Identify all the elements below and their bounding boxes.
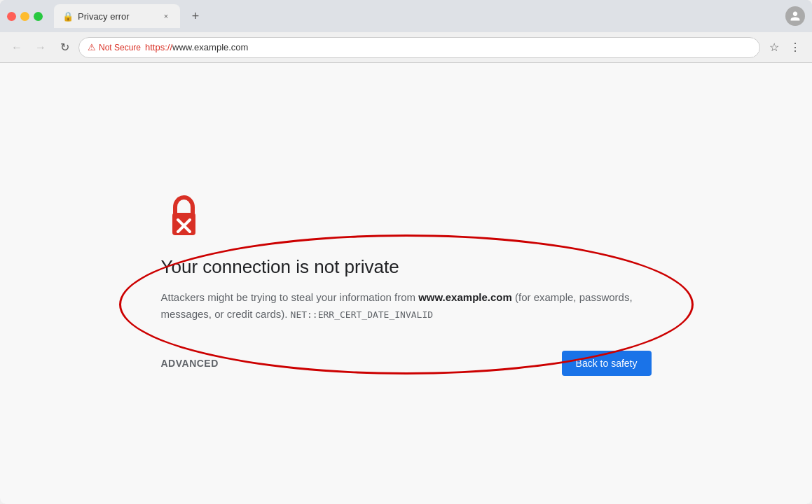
url-https: https:// bbox=[145, 42, 172, 52]
back-to-safety-button[interactable]: Back to safety bbox=[562, 351, 652, 376]
back-button[interactable]: ← bbox=[7, 38, 27, 57]
error-code: NET::ERR_CERT_DATE_INVALID bbox=[291, 309, 434, 320]
error-site: www.example.com bbox=[418, 291, 512, 303]
url-display: https://www.example.com bbox=[145, 42, 248, 52]
lock-icon-container bbox=[161, 192, 207, 242]
reload-icon: ↻ bbox=[60, 41, 69, 54]
not-secure-badge: ⚠ Not Secure bbox=[88, 42, 141, 52]
advanced-button[interactable]: ADVANCED bbox=[161, 358, 219, 369]
error-description: Attackers might be trying to steal your … bbox=[161, 289, 652, 323]
toolbar: ← → ↻ ⚠ Not Secure https://www.example.c… bbox=[0, 32, 812, 63]
back-icon: ← bbox=[11, 41, 22, 54]
bookmark-button[interactable]: ☆ bbox=[764, 38, 784, 57]
new-tab-icon: + bbox=[192, 9, 200, 24]
error-text-content: Your connection is not private Attackers… bbox=[133, 256, 680, 323]
error-title: Your connection is not private bbox=[161, 256, 652, 278]
toolbar-actions: ☆ ⋮ bbox=[764, 38, 805, 57]
menu-button[interactable]: ⋮ bbox=[785, 38, 805, 57]
forward-button[interactable]: → bbox=[31, 38, 50, 57]
window-controls bbox=[7, 12, 43, 21]
tab-favicon-icon: 🔒 bbox=[62, 11, 72, 21]
error-actions: ADVANCED Back to safety bbox=[133, 330, 680, 376]
error-container: Your connection is not private Attackers… bbox=[133, 192, 680, 376]
minimize-window-button[interactable] bbox=[20, 12, 29, 21]
close-window-button[interactable] bbox=[7, 12, 16, 21]
not-secure-label: Not Secure bbox=[99, 43, 141, 52]
forward-icon: → bbox=[35, 41, 46, 54]
tab-close-button[interactable]: × bbox=[160, 10, 172, 22]
new-tab-button[interactable]: + bbox=[186, 6, 205, 26]
address-bar[interactable]: ⚠ Not Secure https://www.example.com bbox=[78, 37, 760, 58]
menu-icon: ⋮ bbox=[790, 41, 801, 54]
browser-window: 🔒 Privacy error × + ← → ↻ ⚠ Not Secure bbox=[0, 0, 812, 504]
title-bar: 🔒 Privacy error × + bbox=[0, 0, 812, 32]
warning-triangle-icon: ⚠ bbox=[88, 42, 96, 52]
browser-tab[interactable]: 🔒 Privacy error × bbox=[54, 4, 180, 28]
bookmark-icon: ☆ bbox=[769, 41, 779, 54]
lock-error-icon bbox=[161, 192, 207, 239]
account-avatar[interactable] bbox=[785, 6, 805, 26]
maximize-window-button[interactable] bbox=[34, 12, 43, 21]
reload-button[interactable]: ↻ bbox=[55, 38, 74, 57]
page-content: Your connection is not private Attackers… bbox=[0, 63, 812, 504]
tab-title: Privacy error bbox=[78, 11, 155, 22]
error-description-prefix: Attackers might be trying to steal your … bbox=[161, 291, 419, 303]
url-domain: www.example.com bbox=[172, 42, 248, 52]
